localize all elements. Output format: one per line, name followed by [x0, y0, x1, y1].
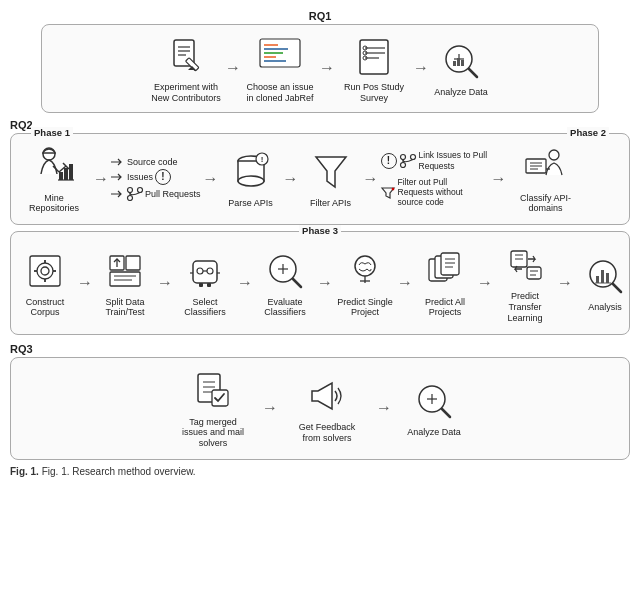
analyze-data-icon: [438, 38, 484, 84]
transfer-icon: [502, 242, 548, 288]
select-classifiers-label: Select Classifiers: [177, 297, 233, 319]
issues-row: Issues !: [111, 169, 171, 185]
predict-all-item: Predict All Projects: [415, 246, 475, 321]
svg-rect-100: [596, 276, 599, 283]
classify-item: Classify API-domains: [509, 142, 583, 217]
svg-point-37: [128, 195, 133, 200]
rq1-item-4: Analyze Data: [431, 36, 491, 100]
svg-point-47: [400, 162, 405, 167]
source-cluster: Source code Issues !: [111, 157, 201, 201]
svg-rect-25: [461, 60, 464, 66]
svg-rect-66: [126, 256, 140, 270]
arrow-p3-2: →: [157, 274, 173, 292]
rq2-flow: Mine Repositories → Source code Issues !: [17, 142, 623, 217]
survey-icon: [351, 33, 397, 79]
source-code-row: Source code: [111, 157, 178, 167]
fig-text: Fig. 1. Research method overview.: [42, 466, 196, 477]
svg-rect-12: [360, 40, 388, 74]
arrow-1: →: [225, 59, 241, 77]
svg-rect-67: [110, 272, 140, 286]
rq3-label: RQ3: [10, 343, 630, 355]
rq1-label: RQ1: [309, 10, 332, 22]
filter-apis-icon: [308, 149, 354, 195]
parse-apis-item: ! Parse APIs: [221, 147, 281, 211]
svg-point-46: [410, 154, 415, 159]
rq3-item-2-label: Get Feedback from solvers: [292, 422, 362, 444]
svg-rect-24: [457, 58, 460, 66]
predict-single-label: Predict Single Project: [337, 297, 393, 319]
arrow-pr-icon: [111, 189, 125, 199]
arrow-2: →: [319, 59, 335, 77]
split-label: Split Data Train/Test: [97, 297, 153, 319]
link-issues-row: ! Link Issues to Pull Requests: [381, 150, 489, 170]
svg-point-52: [549, 150, 559, 160]
link-issues-label: Link Issues to Pull Requests: [419, 150, 489, 170]
mine-repos-label: Mine Repositories: [19, 193, 89, 215]
source-code-label: Source code: [127, 157, 178, 167]
predict-all-label: Predict All Projects: [417, 297, 473, 319]
svg-rect-28: [59, 172, 63, 180]
arrow-p3-6: →: [477, 274, 493, 292]
rq3-flow: Tag merged issues and mail solvers →: [176, 366, 464, 451]
arrow-issues-icon: [111, 172, 125, 182]
tag-mail-icon: [190, 368, 236, 414]
arrow-classify: →: [491, 170, 507, 188]
construct-icon: [22, 248, 68, 294]
rq3-item-1: Tag merged issues and mail solvers: [176, 366, 250, 451]
arrow-rq3-2: →: [376, 399, 392, 417]
rq3-item-1-label: Tag merged issues and mail solvers: [178, 417, 248, 449]
predict-all-icon: [422, 248, 468, 294]
rq3-item-2: Get Feedback from solvers: [290, 371, 364, 446]
rq3-item-3-label: Analyze Data: [407, 427, 461, 438]
arrow-rq3-1: →: [262, 399, 278, 417]
arrow-p3-4: →: [317, 274, 333, 292]
svg-rect-76: [207, 283, 211, 287]
filter-apis-item: Filter APIs: [301, 147, 361, 211]
svg-rect-75: [199, 283, 203, 287]
arrow-p3-5: →: [397, 274, 413, 292]
svg-point-36: [138, 187, 143, 192]
arrow-mine: →: [93, 170, 109, 188]
phase3-label: Phase 3: [299, 225, 341, 236]
svg-line-99: [613, 284, 621, 292]
rq1-item-4-label: Analyze Data: [434, 87, 488, 98]
pr-label: Pull Requests: [145, 189, 201, 199]
phase3-flow: Construct Corpus →: [15, 240, 625, 325]
rq1-item-3-label: Run Pos Study Survey: [339, 82, 409, 104]
rq3-item-3: Analyze Data: [404, 376, 464, 440]
analysis-item: Analysis: [575, 251, 635, 315]
construct-item: Construct Corpus: [15, 246, 75, 321]
rq3-section: RQ3: [10, 343, 630, 460]
svg-rect-23: [453, 61, 456, 66]
filter-pr-icon: [381, 186, 395, 198]
rq1-box: Experiment with New Contributors →: [41, 24, 599, 113]
jabref-icon: [257, 33, 303, 79]
arrow-p3-3: →: [237, 274, 253, 292]
transfer-item: Predict Transfer Learning: [495, 240, 555, 325]
svg-rect-29: [64, 168, 68, 180]
mine-repos-icon: [31, 144, 77, 190]
parse-apis-label: Parse APIs: [228, 198, 273, 209]
rq1-item-3: Run Pos Study Survey: [337, 31, 411, 106]
issues-label: Issues: [127, 172, 153, 182]
svg-line-20: [469, 69, 477, 77]
svg-point-45: [400, 154, 405, 159]
rq3-box: Tag merged issues and mail solvers →: [10, 357, 630, 460]
select-classifiers-icon: [182, 248, 228, 294]
link-pr-icon: [400, 154, 416, 168]
rq1-item-2-label: Choose an issue in cloned JabRef: [245, 82, 315, 104]
svg-rect-88: [441, 253, 459, 275]
diagram-container: RQ1: [10, 10, 630, 477]
phase3-section: Phase 3 Construct Corpus: [10, 231, 630, 334]
arrow-link: →: [363, 170, 379, 188]
arrow-parse: →: [203, 170, 219, 188]
arrow-p3-7: →: [557, 274, 573, 292]
arrow-filter: →: [283, 170, 299, 188]
classify-icon: [523, 144, 569, 190]
rq1-flow: Experiment with New Contributors →: [149, 31, 491, 106]
predict-single-icon: [342, 248, 388, 294]
svg-text:!: !: [260, 155, 263, 164]
pencil-doc-icon: [163, 33, 209, 79]
analysis-label: Analysis: [588, 302, 622, 313]
pr-row: Pull Requests: [111, 187, 201, 201]
